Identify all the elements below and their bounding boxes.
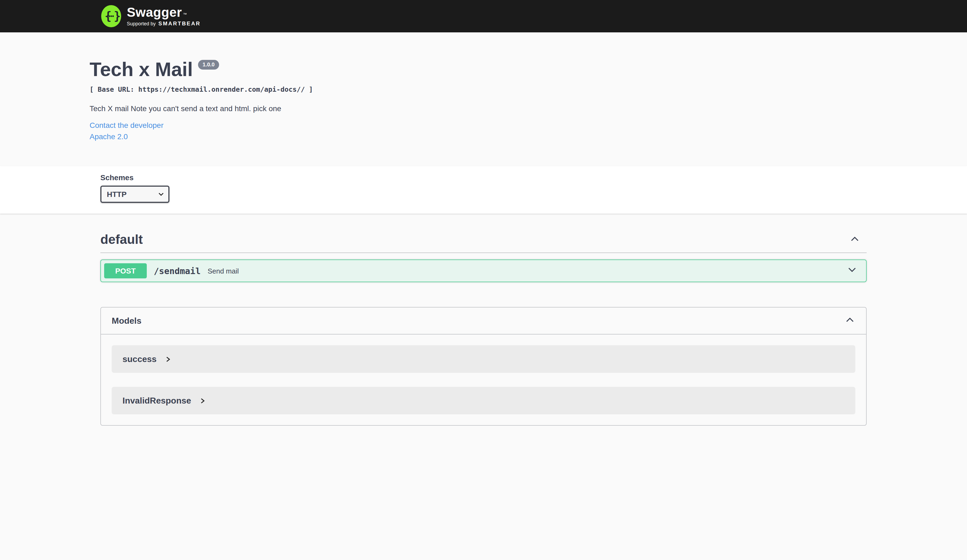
schemes-label: Schemes [101,173,134,182]
collapse-models-button[interactable] [845,315,855,327]
operation-path: /sendmail [154,266,200,276]
models-section: Models success [101,307,866,426]
trademark-symbol: ™ [183,12,187,16]
chevron-up-icon [849,234,860,246]
operation-summary: Send mail [208,267,239,275]
expand-operation-button[interactable] [847,264,858,277]
supported-by-prefix: Supported by [127,21,156,26]
swagger-logo-link[interactable]: { } Swagger ™ Supported by SMARTBEAR [101,5,201,28]
opblock-post-sendmail: POST /sendmail Send mail [101,260,866,282]
api-info-section: Tech x Mail 1.0.0 [ Base URL: https://te… [0,32,967,166]
models-body: success InvalidResponse [101,334,866,425]
opblock-summary-post-sendmail[interactable]: POST /sendmail Send mail [101,260,866,282]
models-header[interactable]: Models [101,308,866,334]
supported-by: Supported by SMARTBEAR [127,20,201,26]
scheme-container: Schemes HTTP [0,166,967,214]
model-name: InvalidResponse [122,396,191,405]
scheme-select-wrap: HTTP [101,186,170,203]
collapse-default-button[interactable] [849,234,860,246]
chevron-right-icon [199,397,206,404]
operations-section: default POST /sendmail Send mail [0,214,967,426]
version-badge: 1.0.0 [198,60,219,69]
topbar: { } Swagger ™ Supported by SMARTBEAR [0,0,967,32]
models-title: Models [112,316,141,326]
method-badge-post: POST [104,263,147,278]
scheme-select[interactable]: HTTP [101,186,170,203]
swagger-ui-page: { } Swagger ™ Supported by SMARTBEAR [0,0,967,560]
chevron-up-icon [845,315,855,327]
tag-title-default: default [101,232,143,248]
brand-wordmark: Swagger [127,6,182,19]
model-name: success [122,354,157,364]
page-title: Tech x Mail 1.0.0 [89,58,878,81]
model-row-invalidresponse[interactable]: InvalidResponse [112,387,855,414]
swagger-logo-icon: { } [101,5,122,28]
model-row-success[interactable]: success [112,345,855,373]
license-link[interactable]: Apache 2.0 [89,131,878,143]
smartbear-brand: SMARTBEAR [158,20,201,26]
contact-developer-link[interactable]: Contact the developer [89,120,878,131]
chevron-down-icon [847,264,858,277]
api-title-text: Tech x Mail [89,58,193,81]
chevron-right-icon [164,355,172,363]
tag-section-default[interactable]: default [101,232,866,253]
svg-text:}: } [114,10,120,23]
api-description: Tech X mail Note you can't send a text a… [89,104,878,113]
base-url: [ Base URL: https://techxmail.onrender.c… [89,86,878,94]
